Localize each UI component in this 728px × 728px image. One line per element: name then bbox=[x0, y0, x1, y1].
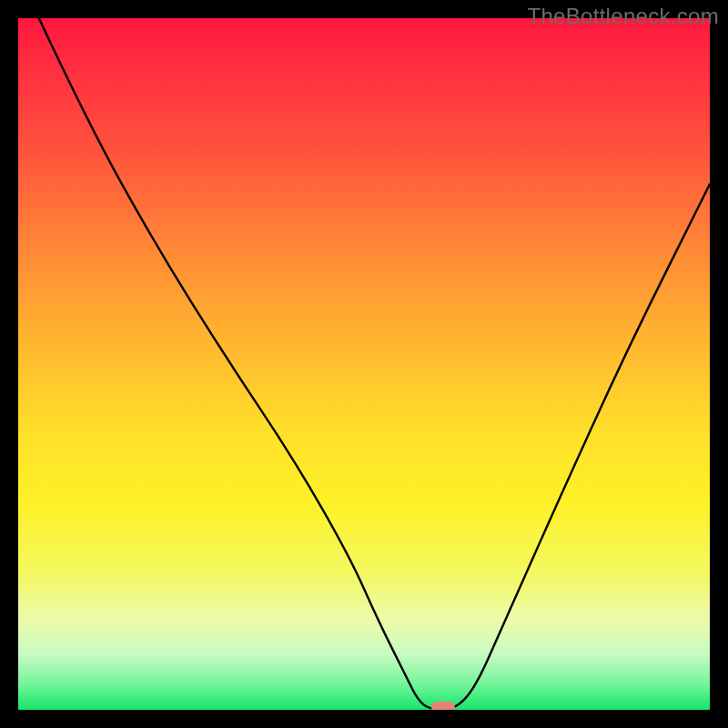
bottleneck-curve bbox=[18, 18, 710, 710]
chart-frame: TheBottleneck.com bbox=[0, 0, 728, 728]
plot-area bbox=[18, 18, 710, 710]
watermark-text: TheBottleneck.com bbox=[527, 4, 719, 29]
optimal-marker bbox=[431, 702, 455, 710]
